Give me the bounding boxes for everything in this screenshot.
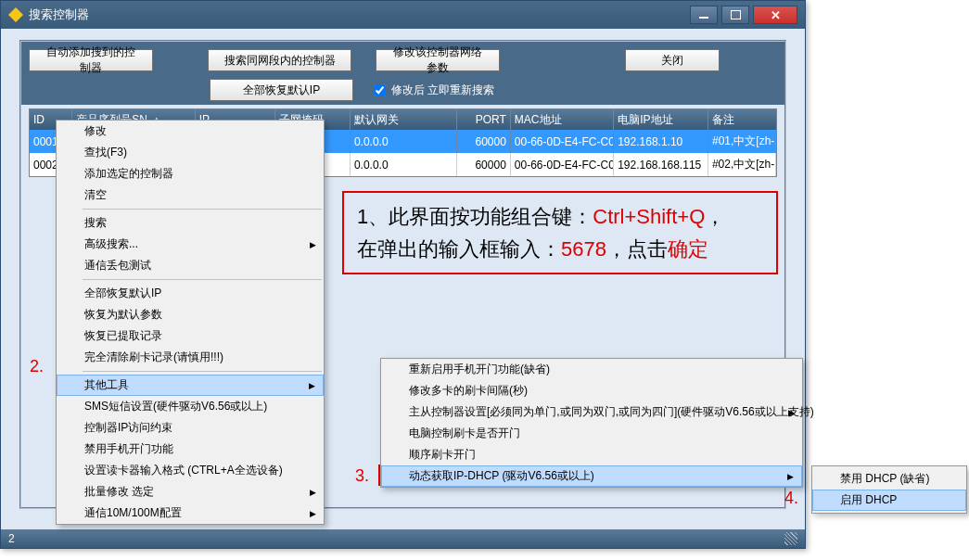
context-menu-item[interactable]: 通信丢包测试: [57, 255, 324, 276]
context-menu-item[interactable]: 其他工具: [57, 375, 324, 396]
col-remark[interactable]: 备注: [708, 109, 776, 130]
window-controls: [690, 6, 797, 24]
annotation-step3: 3.: [355, 466, 369, 486]
col-port[interactable]: PORT: [457, 109, 511, 130]
research-checkbox[interactable]: [374, 84, 386, 96]
research-checkbox-text: 修改后 立即重新搜索: [391, 83, 494, 98]
annotation-instruction: 1、此界面按功能组合键：Ctrl+Shift+Q， 在弹出的输入框输入：5678…: [342, 191, 778, 274]
context-menu-item[interactable]: 控制器IP访问约束: [57, 417, 324, 439]
annotation-step4: 4.: [784, 489, 798, 508]
col-mac[interactable]: MAC地址: [511, 109, 614, 130]
context-menu-item[interactable]: 通信10M/100M配置: [57, 503, 324, 524]
context-menu-item[interactable]: 清空: [57, 185, 324, 206]
statusbar: 2: [1, 529, 805, 548]
col-gw[interactable]: 默认网关: [351, 109, 457, 130]
toolbar-row-1: 自动添加搜到的控制器 搜索同网段内的控制器 修改该控制器网络参数 关闭: [29, 49, 777, 71]
restore-ip-button[interactable]: 全部恢复默认IP: [210, 79, 353, 101]
submenu2-item[interactable]: 启用 DHCP: [812, 490, 966, 511]
app-icon: [8, 7, 23, 22]
context-menu-item[interactable]: 全部恢复默认IP: [57, 283, 324, 304]
submenu-other-tools[interactable]: 重新启用手机开门功能(缺省)修改多卡的刷卡间隔(秒)主从控制器设置[必须同为单门…: [380, 358, 803, 488]
submenu1-item[interactable]: 顺序刷卡开门: [381, 444, 802, 465]
context-menu-item[interactable]: 搜索: [57, 212, 324, 234]
close-window-button[interactable]: [753, 6, 797, 24]
context-menu-item[interactable]: SMS短信设置(硬件驱动V6.56或以上): [57, 396, 324, 417]
context-menu-item[interactable]: 添加选定的控制器: [57, 163, 324, 185]
context-menu-item[interactable]: 恢复为默认参数: [57, 304, 324, 325]
modify-net-button[interactable]: 修改该控制器网络参数: [376, 49, 500, 71]
submenu-dhcp[interactable]: 禁用 DHCP (缺省)启用 DHCP: [811, 465, 967, 514]
titlebar[interactable]: 搜索控制器: [1, 1, 805, 29]
context-menu-item[interactable]: 查找(F3): [57, 142, 324, 163]
toolbar-row-2: 全部恢复默认IP 修改后 立即重新搜索: [210, 79, 777, 101]
submenu1-item[interactable]: 重新启用手机开门功能(缺省): [381, 359, 802, 380]
close-button[interactable]: 关闭: [625, 49, 720, 71]
context-menu-item[interactable]: 批量修改 选定: [57, 481, 324, 503]
context-menu[interactable]: 修改查找(F3)添加选定的控制器清空搜索高级搜索...通信丢包测试全部恢复默认I…: [56, 120, 325, 525]
minimize-button[interactable]: [690, 6, 718, 24]
submenu1-item[interactable]: 动态获取IP-DHCP (驱动V6.56或以上): [381, 465, 802, 487]
context-menu-item[interactable]: 禁用手机开门功能: [57, 439, 324, 460]
context-menu-item[interactable]: 设置读卡器输入格式 (CTRL+A全选设备): [57, 460, 324, 481]
context-menu-item[interactable]: 恢复已提取记录: [57, 325, 324, 347]
auto-add-button[interactable]: 自动添加搜到的控制器: [29, 49, 153, 71]
research-checkbox-label[interactable]: 修改后 立即重新搜索: [374, 83, 494, 98]
context-menu-item[interactable]: 修改: [57, 121, 324, 142]
submenu1-item[interactable]: 主从控制器设置[必须同为单门,或同为双门,或同为四门](硬件驱动V6.56或以上…: [381, 401, 802, 423]
resize-grip-icon[interactable]: [784, 532, 797, 545]
submenu2-item[interactable]: 禁用 DHCP (缺省): [812, 468, 966, 490]
search-net-button[interactable]: 搜索同网段内的控制器: [208, 49, 351, 71]
status-text: 2: [8, 532, 15, 545]
submenu1-item[interactable]: 电脑控制刷卡是否开门: [381, 423, 802, 444]
submenu1-item[interactable]: 修改多卡的刷卡间隔(秒): [381, 380, 802, 401]
annotation-step2: 2.: [30, 357, 44, 376]
maximize-button[interactable]: [721, 6, 749, 24]
col-pcip[interactable]: 电脑IP地址: [614, 109, 708, 130]
context-menu-item[interactable]: 完全清除刷卡记录(请慎用!!!): [57, 347, 324, 368]
context-menu-item[interactable]: 高级搜索...: [57, 234, 324, 255]
window-title: 搜索控制器: [29, 6, 690, 23]
